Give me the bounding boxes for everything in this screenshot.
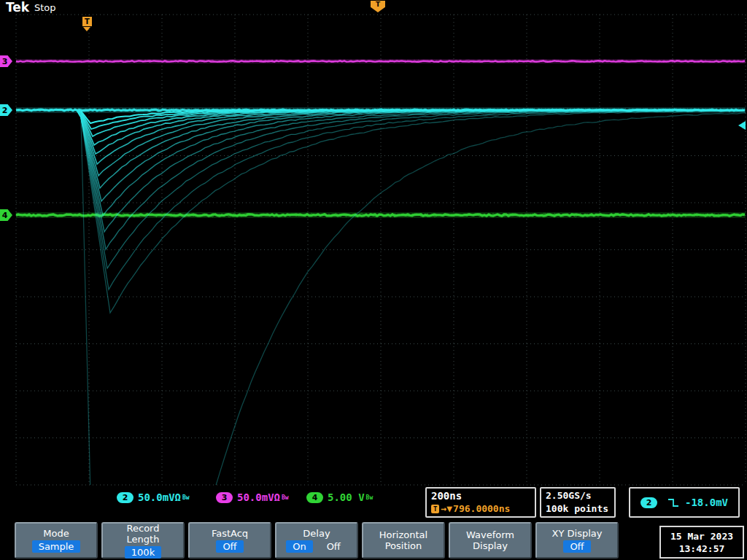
menu-button-title: Horizontal Position (379, 529, 427, 551)
readout-bar: 250.0mVΩBw350.0mVΩBw45.00 VBw 200ns T →▼… (0, 487, 747, 521)
bandwidth-limit-icon: Bw (182, 494, 190, 501)
channel-4-badge: 4 (306, 492, 323, 503)
delay-flag-label: T (82, 17, 92, 26)
top-bar: Tek Stop (0, 0, 747, 15)
menu-value-off[interactable]: Off (320, 540, 347, 553)
time: 13:42:57 (679, 542, 725, 555)
menu-value-off[interactable]: Off (563, 540, 590, 553)
tek-logo: Tek (6, 0, 29, 15)
delay-flag-arrow-icon (83, 27, 90, 31)
horizontal-scale: 200ns (431, 489, 530, 502)
trigger-readout: 2 -18.0mV (629, 487, 740, 518)
menu-button-title: XY Display (552, 528, 603, 539)
ch2-pulse-trace (16, 109, 742, 145)
sample-rate: 2.50GS/s (546, 489, 610, 502)
channel-2-readout: 250.0mVΩBw (117, 491, 190, 503)
channel-3-scale: 50.0mVΩ (237, 491, 280, 503)
menu-button-title: Mode (43, 528, 69, 539)
ch2-pulse-trace (16, 109, 743, 188)
record-points: 100k points (546, 502, 610, 516)
trigger-source-badge: 2 (640, 497, 657, 508)
ch2-pulse-trace (16, 109, 742, 216)
menu-button-title: Record Length (127, 523, 160, 545)
ch2-pulse-trace (16, 109, 745, 201)
menu-button-values: OnOff (286, 540, 347, 553)
delay-value: 796.0000ns (453, 502, 510, 515)
acquisition-status: Stop (34, 2, 56, 13)
menu-value-on[interactable]: On (286, 540, 312, 553)
menu-value-100k[interactable]: 100k (125, 546, 161, 559)
trigger-t-icon: T (431, 505, 439, 513)
delay-expansion-flag[interactable]: T (82, 17, 92, 31)
horizontal-readout: 200ns T →▼ 796.0000ns (425, 487, 536, 518)
ch2-pulse-trace (16, 110, 742, 268)
delay-readout: T →▼ 796.0000ns (431, 502, 530, 515)
channel-2-badge: 2 (117, 492, 133, 503)
bandwidth-limit-icon: Bw (366, 494, 374, 501)
channel-3-badge: 3 (216, 492, 233, 503)
menu-button-mode[interactable]: ModeSample (15, 522, 98, 559)
menu-button-values: Off (563, 540, 590, 553)
menu-button-horizontal-position[interactable]: Horizontal Position (362, 522, 445, 559)
menu-button-fastacq[interactable]: FastAcqOff (188, 522, 271, 559)
menu-button-record-length[interactable]: Record Length100k (101, 522, 185, 559)
menu-button-title: Delay (303, 528, 330, 539)
menu-button-values: Sample (32, 540, 81, 553)
menu-button-delay[interactable]: DelayOnOff (275, 522, 358, 559)
channel-4-readout: 45.00 VBw (306, 491, 373, 503)
menu-button-waveform-display[interactable]: Waveform Display (449, 522, 532, 559)
channel-2-scale: 50.0mVΩ (138, 491, 181, 503)
menu-button-title: Waveform Display (466, 529, 514, 551)
menu-value-off[interactable]: Off (216, 540, 243, 553)
datetime-box: 15 Mar 2023 13:42:57 (659, 526, 744, 559)
menu-bar: ModeSampleRecord Length100kFastAcqOffDel… (15, 522, 619, 559)
falling-edge-icon (667, 498, 679, 508)
channel-4-scale: 5.00 V (328, 491, 365, 503)
bandwidth-limit-icon: Bw (282, 494, 289, 501)
menu-button-values: Off (216, 540, 243, 553)
channel-3-readout: 350.0mVΩBw (216, 491, 289, 503)
menu-button-xy-display[interactable]: XY DisplayOff (535, 522, 619, 559)
graticule-grid (16, 15, 746, 485)
date: 15 Mar 2023 (670, 530, 733, 542)
menu-value-sample[interactable]: Sample (32, 540, 81, 553)
menu-button-values: 100k (125, 546, 161, 559)
menu-button-title: FastAcq (212, 528, 248, 539)
graticule-svg (0, 0, 747, 560)
acquisition-readout: 2.50GS/s 100k points (540, 487, 616, 518)
trigger-level: -18.0mV (685, 497, 728, 508)
delay-arrows-icon: →▼ (441, 502, 452, 515)
